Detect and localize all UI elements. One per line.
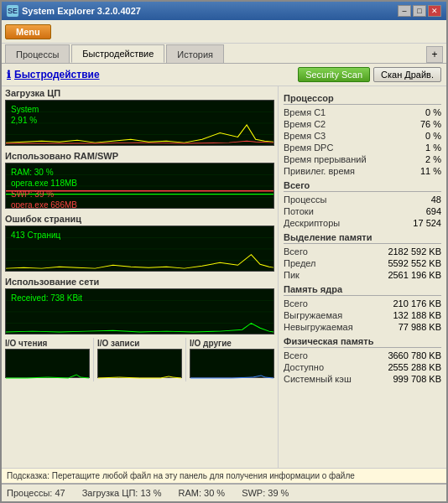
header-buttons: Security Scan Скан Драйв. (298, 67, 441, 82)
left-panel: Загрузка ЦП Syst (2, 86, 279, 468)
network-section-label: Использование сети (2, 275, 278, 288)
right-row: Привилег. время 11 % (284, 165, 441, 177)
status-swp: SWP: 39 % (242, 488, 289, 498)
tab-add-button[interactable]: + (426, 46, 443, 63)
status-processes: Процессы: 47 (7, 488, 65, 498)
right-panel: Процессор Время C1 0 % Время C2 76 % Вре… (279, 86, 446, 468)
title-buttons: – □ ✕ (398, 5, 441, 17)
ram-overlay: RAM: 30 % opera.exe 118MB SWP: 39 % oper… (8, 165, 81, 209)
io-write-label: I/O записи (94, 338, 185, 349)
right-row: Время C3 0 % (284, 130, 441, 142)
window-title: System Explorer 3.2.0.4027 (22, 6, 141, 16)
cpu-section-label: Загрузка ЦП (2, 86, 278, 100)
page-title[interactable]: ℹ Быстродействие (7, 69, 100, 80)
io-read-label: I/O чтения (2, 338, 93, 349)
ram-section: Использовано RAM/SWP RAM: 30 % (2, 149, 278, 212)
content-header: ℹ Быстродействие Security Scan Скан Драй… (2, 64, 446, 86)
kernel-memory-title: Память ядра (284, 284, 441, 296)
io-other-svg (190, 350, 273, 379)
right-row: Всего 210 176 KB (284, 298, 441, 309)
right-row: Время C2 76 % (284, 118, 441, 130)
tabs-bar: Процессы Быстродействие История + (2, 44, 446, 64)
hint-bar: Подсказка: Перетащите любой файл на эту … (2, 468, 446, 483)
ram-section-label: Использовано RAM/SWP (2, 149, 278, 163)
total-title: Всего (284, 180, 441, 192)
io-write-graph (97, 349, 182, 378)
right-row: Доступно 2555 288 KB (284, 361, 441, 373)
right-row: Системный кэш 999 708 KB (284, 373, 441, 385)
io-write-block: I/O записи (94, 338, 186, 381)
right-row: Процессы 48 (284, 194, 441, 205)
right-row: Дескрипторы 17 524 (284, 217, 441, 229)
right-row: Невыгружаемая 77 988 KB (284, 321, 441, 333)
right-row: Время DPC 1 % (284, 142, 441, 153)
menu-button[interactable]: Menu (5, 24, 51, 39)
title-bar-left: SE System Explorer 3.2.0.4027 (7, 5, 141, 17)
physical-memory-title: Физическая память (284, 336, 441, 348)
hint-text: Подсказка: Перетащите любой файл на эту … (7, 471, 355, 480)
right-row: Всего 3660 780 KB (284, 350, 441, 361)
right-row: Время C1 0 % (284, 106, 441, 118)
cpu-section: Загрузка ЦП Syst (2, 86, 278, 149)
ram-graph: RAM: 30 % opera.exe 118MB SWP: 39 % oper… (5, 163, 274, 209)
network-overlay: Received: 738 KBit (8, 291, 86, 305)
cpu-overlay: System 2,91 % (8, 102, 42, 127)
toolbar: Menu (2, 20, 446, 44)
io-read-block: I/O чтения (2, 338, 94, 381)
scan-drive-button[interactable]: Скан Драйв. (373, 67, 441, 82)
pagefault-overlay: 413 Страниц (8, 228, 64, 242)
io-section: I/O чтения I/O записи (2, 338, 278, 381)
minimize-button[interactable]: – (398, 5, 411, 17)
maximize-button[interactable]: □ (413, 5, 426, 17)
right-row: Пик 2561 196 KB (284, 269, 441, 281)
info-icon: ℹ (7, 69, 11, 80)
status-cpu: Загрузка ЦП: 13 % (82, 488, 162, 498)
tab-history[interactable]: История (166, 44, 224, 63)
security-scan-button[interactable]: Security Scan (298, 67, 370, 82)
io-read-svg (6, 350, 89, 379)
app-icon: SE (7, 5, 18, 17)
io-other-graph (190, 349, 274, 378)
pagefault-graph: 413 Страниц (5, 226, 274, 272)
network-section: Использование сети Received: 738 KBit (2, 275, 278, 338)
processor-title: Процессор (284, 93, 441, 105)
main-content: Загрузка ЦП Syst (2, 86, 446, 468)
pagefault-section-label: Ошибок страниц (2, 212, 278, 226)
status-bar: Процессы: 47 Загрузка ЦП: 13 % RAM: 30 %… (2, 483, 446, 501)
right-row: Время прерываний 2 % (284, 153, 441, 165)
right-row: Выгружаемая 132 188 KB (284, 309, 441, 321)
content-area: ℹ Быстродействие Security Scan Скан Драй… (2, 64, 446, 483)
network-graph: Received: 738 KBit (5, 288, 274, 334)
right-row: Потоки 694 (284, 205, 441, 217)
status-ram: RAM: 30 % (178, 488, 225, 498)
cpu-graph: System 2,91 % (5, 100, 274, 146)
io-other-block: I/O другие (186, 338, 278, 381)
io-write-svg (98, 350, 181, 379)
close-button[interactable]: ✕ (428, 5, 441, 17)
title-bar: SE System Explorer 3.2.0.4027 – □ ✕ (2, 2, 446, 20)
memory-alloc-title: Выделение памяти (284, 232, 441, 244)
cpu-graph-svg (6, 101, 273, 145)
io-read-graph (5, 349, 90, 378)
pagefault-section: Ошибок страниц 413 Страниц (2, 212, 278, 275)
right-row: Всего 2182 592 KB (284, 246, 441, 257)
main-window: SE System Explorer 3.2.0.4027 – □ ✕ Menu… (0, 0, 448, 503)
tab-processes[interactable]: Процессы (5, 44, 70, 63)
io-other-label: I/O другие (186, 338, 278, 349)
right-row: Предел 5592 552 KB (284, 257, 441, 269)
tab-performance[interactable]: Быстродействие (71, 44, 164, 63)
